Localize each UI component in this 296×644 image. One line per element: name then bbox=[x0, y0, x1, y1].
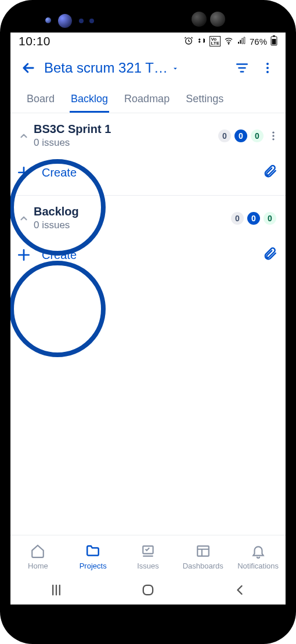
svg-rect-4 bbox=[272, 39, 276, 45]
svg-point-6 bbox=[266, 67, 269, 69]
svg-rect-3 bbox=[273, 35, 275, 37]
chevron-up-icon[interactable] bbox=[14, 213, 34, 224]
battery-text: 76% bbox=[250, 37, 267, 46]
tab-board[interactable]: Board bbox=[26, 86, 56, 113]
recents-button[interactable] bbox=[48, 582, 64, 600]
backlog-name: Backlog bbox=[34, 205, 231, 218]
nav-label: Dashboards bbox=[183, 562, 223, 570]
chevron-up-icon[interactable] bbox=[14, 131, 34, 141]
svg-point-5 bbox=[266, 63, 269, 65]
tab-backlog[interactable]: Backlog bbox=[70, 86, 109, 113]
status-pill-group: 0 0 0 bbox=[218, 129, 263, 142]
pill-inprogress: 0 bbox=[234, 129, 247, 142]
bezel-camera bbox=[192, 12, 207, 27]
pill-done: 0 bbox=[251, 129, 263, 142]
status-clock: 10:10 bbox=[19, 34, 50, 48]
back-button[interactable] bbox=[232, 582, 248, 600]
pill-inprogress: 0 bbox=[247, 212, 260, 225]
project-title-text: Beta scrum 321 T… bbox=[44, 60, 168, 76]
project-selector[interactable]: Beta scrum 321 T… bbox=[44, 60, 226, 76]
svg-point-10 bbox=[272, 138, 274, 140]
backlog-issue-count: 0 issues bbox=[34, 220, 231, 231]
create-label: Create bbox=[42, 166, 77, 179]
backlog-section-header[interactable]: Backlog 0 issues 0 0 0 bbox=[10, 196, 286, 232]
bell-icon bbox=[251, 544, 266, 560]
create-label: Create bbox=[42, 249, 77, 262]
screen: 10:10 VoLTE 76% Beta scru bbox=[10, 33, 286, 605]
nav-label: Notifications bbox=[237, 562, 279, 570]
folder-icon bbox=[85, 544, 100, 560]
plus-icon bbox=[14, 163, 34, 182]
tab-roadmap[interactable]: Roadmap bbox=[123, 86, 171, 113]
pill-todo: 0 bbox=[218, 129, 231, 142]
pill-todo: 0 bbox=[231, 212, 244, 225]
attachment-button[interactable] bbox=[262, 246, 277, 264]
vibrate-icon bbox=[197, 36, 206, 47]
plus-icon bbox=[14, 245, 34, 265]
bezel-sensor bbox=[89, 19, 94, 23]
bezel-sensor bbox=[79, 19, 84, 23]
volte-icon: VoLTE bbox=[210, 36, 221, 46]
svg-rect-12 bbox=[197, 546, 209, 556]
nav-projects[interactable]: Projects bbox=[66, 535, 121, 578]
battery-icon bbox=[270, 35, 277, 48]
create-issue-row[interactable]: Create bbox=[10, 150, 286, 195]
signal-icon bbox=[237, 36, 246, 47]
sprint-overflow-button[interactable] bbox=[267, 130, 280, 142]
wifi-icon bbox=[224, 36, 233, 47]
app-header: Beta scrum 321 T… bbox=[10, 50, 286, 84]
sprint-name: BS3C Sprint 1 bbox=[34, 123, 218, 136]
nav-notifications[interactable]: Notifications bbox=[230, 535, 286, 578]
bezel-sensor bbox=[210, 12, 225, 27]
attachment-button[interactable] bbox=[262, 164, 277, 181]
bezel-sensor bbox=[45, 17, 51, 23]
sprint-section-header[interactable]: BS3C Sprint 1 0 issues 0 0 0 bbox=[10, 113, 286, 150]
svg-point-9 bbox=[272, 135, 274, 136]
filter-button[interactable] bbox=[232, 58, 252, 78]
pill-done: 0 bbox=[263, 212, 276, 225]
status-pill-group: 0 0 0 bbox=[231, 212, 276, 225]
svg-point-1 bbox=[228, 43, 229, 44]
home-button[interactable] bbox=[140, 582, 156, 600]
dashboard-icon bbox=[196, 544, 211, 560]
nav-label: Home bbox=[28, 562, 48, 570]
nav-label: Issues bbox=[137, 562, 159, 570]
android-nav-bar bbox=[10, 578, 286, 605]
back-button[interactable] bbox=[19, 58, 38, 78]
svg-rect-13 bbox=[143, 585, 153, 595]
issues-icon bbox=[140, 544, 156, 560]
nav-dashboards[interactable]: Dashboards bbox=[175, 535, 230, 578]
caret-down-icon bbox=[171, 60, 179, 76]
bezel-camera bbox=[58, 14, 72, 28]
nav-issues[interactable]: Issues bbox=[121, 535, 176, 578]
nav-label: Projects bbox=[80, 562, 107, 570]
svg-point-7 bbox=[266, 71, 269, 73]
bottom-nav: Home Projects Issues Dashboards Notifica… bbox=[10, 535, 286, 578]
nav-home[interactable]: Home bbox=[10, 535, 66, 578]
tab-bar: Board Backlog Roadmap Settings bbox=[10, 86, 286, 113]
alarm-icon bbox=[184, 36, 193, 47]
svg-point-8 bbox=[272, 131, 274, 133]
status-bar: 10:10 VoLTE 76% bbox=[10, 33, 286, 50]
tab-settings[interactable]: Settings bbox=[185, 86, 225, 113]
home-icon bbox=[30, 544, 45, 560]
sprint-issue-count: 0 issues bbox=[34, 137, 218, 149]
create-issue-row[interactable]: Create bbox=[10, 232, 286, 278]
status-indicators: VoLTE 76% bbox=[184, 35, 277, 48]
overflow-menu-button[interactable] bbox=[258, 58, 277, 78]
